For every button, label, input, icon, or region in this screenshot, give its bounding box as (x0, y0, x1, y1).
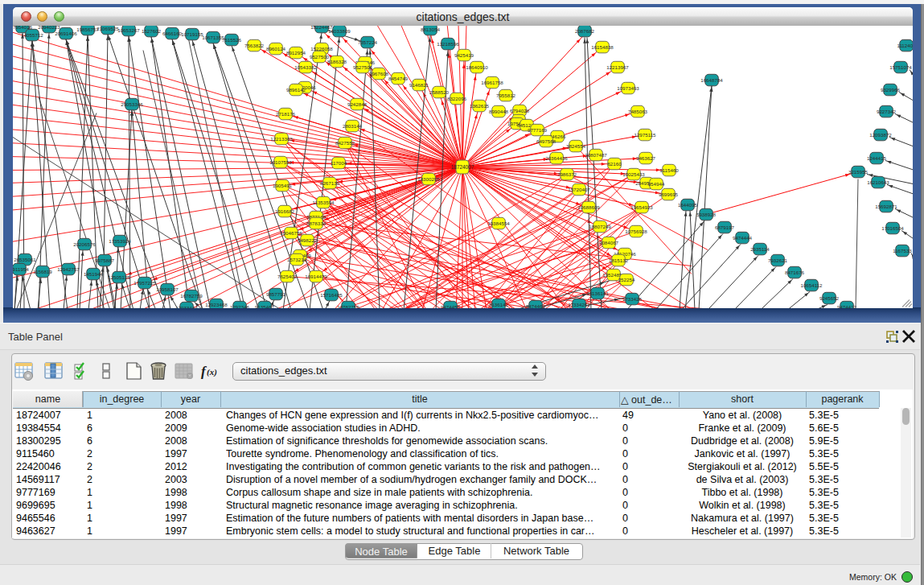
svg-text:8960124: 8960124 (266, 46, 286, 51)
svg-text:16961758: 16961758 (481, 80, 503, 85)
svg-text:8267130: 8267130 (320, 180, 340, 186)
svg-text:1451944: 1451944 (84, 271, 104, 277)
svg-text:10046756: 10046756 (280, 230, 302, 236)
svg-text:7625402: 7625402 (277, 274, 298, 279)
svg-text:10719155: 10719155 (181, 31, 203, 37)
svg-text:252254: 252254 (618, 277, 635, 282)
svg-text:12505135: 12505135 (108, 274, 130, 280)
svg-text:(x): (x) (207, 367, 217, 377)
svg-text:7986372: 7986372 (557, 171, 577, 177)
svg-text:20364436: 20364436 (545, 155, 568, 161)
svg-text:7932621: 7932621 (768, 257, 788, 263)
svg-text:2967608: 2967608 (369, 71, 389, 76)
svg-text:19856757: 19856757 (76, 27, 99, 32)
svg-text:9699695: 9699695 (659, 192, 679, 197)
svg-text:1167533: 1167533 (893, 248, 912, 253)
svg-text:8990448: 8990448 (489, 109, 509, 114)
svg-text:954944: 954944 (648, 181, 665, 187)
svg-text:5498222: 5498222 (298, 237, 318, 243)
svg-text:9474412: 9474412 (837, 304, 857, 308)
svg-text:12093872: 12093872 (869, 132, 892, 138)
svg-text:17353924: 17353924 (109, 238, 131, 244)
svg-text:18136141: 18136141 (586, 290, 609, 296)
svg-text:18300295: 18300295 (417, 176, 440, 182)
svg-text:6497568: 6497568 (536, 138, 556, 144)
svg-text:20940223: 20940223 (38, 26, 60, 30)
svg-text:8427552: 8427552 (335, 140, 355, 146)
svg-text:1573214: 1573214 (287, 257, 307, 262)
svg-text:8471676: 8471676 (785, 270, 805, 275)
svg-text:5878334: 5878334 (306, 220, 326, 226)
svg-text:9227342: 9227342 (877, 109, 897, 114)
svg-text:8136141: 8136141 (489, 302, 509, 307)
svg-text:16914479: 16914479 (305, 274, 327, 279)
svg-text:9896142: 9896142 (286, 87, 306, 93)
svg-text:16782759: 16782759 (180, 293, 203, 299)
svg-text:9425419: 9425419 (454, 52, 474, 58)
svg-text:10958107: 10958107 (156, 286, 179, 292)
svg-text:12923468: 12923468 (205, 302, 228, 307)
svg-text:2718176: 2718176 (276, 111, 296, 117)
svg-text:15226058: 15226058 (310, 46, 333, 51)
svg-text:1244415: 1244415 (867, 155, 887, 161)
svg-text:2588520: 2588520 (429, 89, 450, 95)
svg-text:12942757: 12942757 (57, 266, 80, 272)
svg-text:62160: 62160 (607, 161, 622, 167)
svg-text:11353594: 11353594 (312, 200, 335, 205)
svg-text:10025433: 10025433 (622, 171, 645, 177)
svg-text:10107553: 10107553 (269, 159, 292, 165)
svg-text:15751074: 15751074 (889, 64, 912, 70)
svg-text:20691406: 20691406 (55, 31, 77, 36)
svg-text:6794028: 6794028 (510, 108, 530, 113)
svg-text:15716485: 15716485 (320, 292, 343, 298)
svg-text:12213363: 12213363 (270, 136, 293, 142)
svg-text:18807249: 18807249 (589, 224, 611, 229)
svg-text:7563822: 7563822 (244, 43, 265, 48)
svg-text:16154838: 16154838 (591, 44, 614, 50)
svg-text:9474455: 9474455 (441, 304, 461, 308)
svg-text:9146821: 9146821 (409, 82, 429, 88)
svg-text:1292346: 1292346 (230, 304, 250, 308)
svg-text:9135467: 9135467 (255, 304, 275, 308)
svg-text:7955812: 7955812 (496, 93, 516, 98)
svg-text:10543382: 10543382 (294, 64, 317, 70)
svg-text:21069525: 21069525 (97, 26, 119, 31)
svg-text:16648784: 16648784 (700, 77, 723, 83)
svg-text:1733426: 1733426 (622, 296, 643, 302)
svg-text:29053346: 29053346 (121, 101, 143, 107)
svg-text:3824554: 3824554 (566, 143, 586, 149)
svg-text:10807487: 10807487 (585, 152, 607, 158)
svg-text:2935114: 2935114 (750, 246, 770, 252)
svg-text:1156819: 1156819 (33, 269, 52, 274)
svg-text:3911954: 3911954 (13, 266, 29, 272)
svg-text:8322096: 8322096 (447, 96, 467, 101)
svg-text:15692871: 15692871 (875, 204, 897, 209)
svg-text:9115460: 9115460 (659, 167, 679, 173)
svg-text:10688609: 10688609 (577, 204, 600, 210)
svg-text:12033444: 12033444 (175, 305, 198, 308)
svg-text:9084067: 9084067 (599, 240, 619, 245)
svg-text:26535061: 26535061 (14, 257, 36, 262)
svg-text:7357224: 7357224 (358, 39, 378, 45)
svg-text:9527500: 9527500 (310, 54, 330, 60)
svg-text:1916682: 1916682 (275, 208, 295, 214)
svg-text:8186328: 8186328 (327, 59, 347, 64)
svg-text:6466160: 6466160 (162, 31, 183, 36)
svg-text:117004: 117004 (331, 160, 347, 166)
svg-text:12975115: 12975115 (634, 132, 656, 138)
svg-text:16033809: 16033809 (328, 28, 351, 34)
svg-text:14055712: 14055712 (21, 32, 43, 38)
svg-text:18724007: 18724007 (451, 164, 474, 170)
svg-text:9329966: 9329966 (881, 87, 901, 93)
svg-text:5938928: 5938928 (696, 212, 717, 217)
svg-text:19384554: 19384554 (487, 220, 510, 226)
svg-text:10756928: 10756928 (625, 229, 647, 234)
svg-text:7515526: 7515526 (222, 37, 242, 43)
svg-text:19654923: 19654923 (630, 204, 653, 210)
svg-text:17016504: 17016504 (881, 225, 904, 231)
svg-text:8454749: 8454749 (388, 76, 409, 81)
svg-text:9245652: 9245652 (819, 295, 840, 301)
svg-text:9857791: 9857791 (266, 291, 286, 297)
svg-text:9463627: 9463627 (636, 155, 656, 161)
svg-text:9975887: 9975887 (95, 257, 115, 263)
